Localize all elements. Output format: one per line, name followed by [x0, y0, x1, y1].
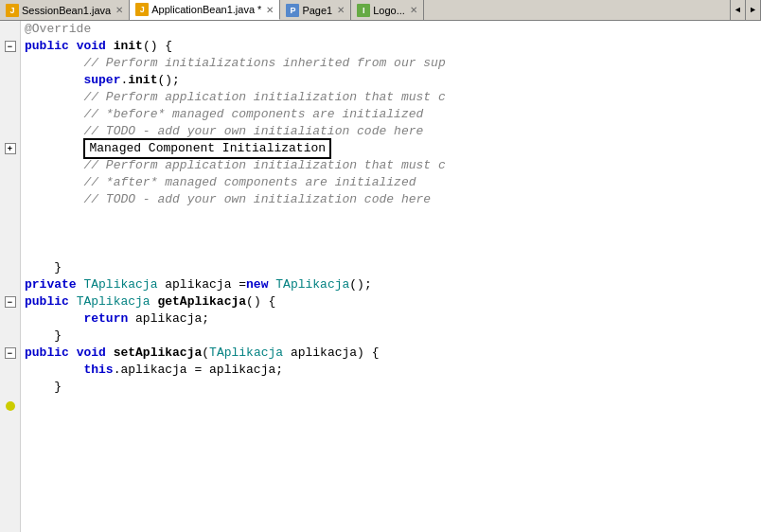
gutter-line-3 — [0, 55, 20, 72]
gutter-line-19 — [0, 328, 20, 345]
code-line-13 — [21, 225, 761, 242]
code-container: − + − — [0, 21, 761, 532]
gutter-line-4 — [0, 72, 20, 89]
type-taplikacja-2: TAplikacja — [275, 276, 349, 293]
comment-6: // *after* managed components are initia… — [83, 174, 416, 191]
tab-close-page1[interactable]: ✕ — [337, 5, 345, 15]
tab-label-session: SessionBean1.java — [22, 5, 111, 16]
collapse-plus-icon[interactable]: + — [5, 143, 16, 154]
gutter-line-21 — [0, 362, 20, 379]
tab-close-application[interactable]: ✕ — [266, 5, 274, 15]
keyword-private: private — [25, 276, 77, 293]
ide-window: J SessionBean1.java ✕ J ApplicationBean1… — [0, 0, 761, 532]
gutter-line-18 — [0, 310, 20, 328]
code-line-17: public TAplikacja getAplikacja () { — [21, 293, 761, 310]
tab-icon-page1: P — [286, 4, 299, 17]
gutter-line-16 — [0, 276, 20, 293]
keyword-void-2: void — [77, 345, 106, 362]
code-line-18: return aplikacja; — [21, 310, 761, 328]
tab-close-session[interactable]: ✕ — [115, 5, 123, 15]
comment-3: // *before* managed components are initi… — [83, 106, 423, 123]
code-line-14 — [21, 242, 761, 259]
gutter-line-14 — [0, 242, 20, 259]
tab-page1[interactable]: P Page1 ✕ — [280, 0, 351, 20]
closing-brace-init: } — [54, 259, 62, 276]
gutter-line-13 — [0, 225, 20, 242]
gutter-line-12 — [0, 208, 20, 225]
tab-session[interactable]: J SessionBean1.java ✕ — [0, 0, 130, 20]
code-line-4: super . init (); — [21, 72, 761, 89]
closing-brace-set: } — [54, 379, 62, 396]
comment-2: // Perform application initialization th… — [83, 89, 445, 106]
tab-nav-prev[interactable]: ◄ — [731, 0, 746, 20]
tab-nav-next[interactable]: ► — [746, 0, 761, 20]
collapse-minus-icon-2[interactable]: − — [5, 296, 16, 308]
code-line-1: @Override — [21, 21, 761, 38]
keyword-this: this — [83, 362, 113, 379]
gutter-line-8[interactable]: + — [0, 140, 20, 157]
gutter-line-status — [0, 396, 20, 413]
status-dot — [6, 401, 15, 411]
type-taplikacja-4: TAplikacja — [209, 345, 283, 362]
tab-close-logo[interactable]: ✕ — [410, 5, 417, 15]
comment-5: // Perform application initialization th… — [83, 157, 445, 174]
tab-label-page1: Page1 — [302, 5, 332, 16]
closing-brace-get: } — [54, 328, 62, 345]
code-line-20: public void setAplikacja ( TAplikacja ap… — [21, 345, 761, 362]
code-line-19: } — [21, 328, 761, 345]
gutter-line-1 — [0, 21, 20, 38]
code-line-15: } — [21, 259, 761, 276]
tab-application[interactable]: J ApplicationBean1.java * ✕ — [130, 0, 280, 20]
gutter-line-2[interactable]: − — [0, 38, 20, 55]
tab-icon-logo: I — [357, 4, 370, 17]
gutter-line-9 — [0, 157, 20, 174]
code-line-2: public void init () { — [21, 38, 761, 55]
method-init: init — [114, 38, 143, 55]
gutter-line-20[interactable]: − — [0, 345, 20, 362]
method-super-init: init — [128, 72, 157, 89]
keyword-public: public — [25, 38, 69, 55]
code-line-22: } — [21, 379, 761, 396]
tab-navigation: ◄ ► — [730, 0, 761, 20]
keyword-public-3: public — [25, 345, 69, 362]
tab-bar: J SessionBean1.java ✕ J ApplicationBean1… — [0, 0, 761, 21]
keyword-public-2: public — [25, 293, 69, 310]
tab-label-application: ApplicationBean1.java * — [151, 4, 261, 15]
type-taplikacja-3: TAplikacja — [77, 293, 150, 310]
code-line-12 — [21, 208, 761, 225]
gutter-line-17[interactable]: − — [0, 293, 20, 310]
gutter-line-10 — [0, 174, 20, 191]
code-line-6: // *before* managed components are initi… — [21, 106, 761, 123]
gutter-line-7 — [0, 123, 20, 140]
gutter-line-15 — [0, 259, 20, 276]
code-line-9: // Perform application initialization th… — [21, 157, 761, 174]
collapse-minus-icon[interactable]: − — [5, 41, 16, 52]
gutter-line-6 — [0, 106, 20, 123]
blocked-region-managed-component: Managed Component Initialization — [83, 138, 331, 159]
gutter: − + − — [0, 21, 21, 532]
code-line-3: // Perform initializations inherited fro… — [21, 55, 761, 72]
tab-logo[interactable]: I Logo... ✕ — [351, 0, 424, 20]
comment-1: // Perform initializations inherited fro… — [83, 55, 445, 72]
gutter-line-22 — [0, 379, 20, 396]
keyword-void: void — [77, 38, 106, 55]
code-area[interactable]: @Override public void init () { // Perfo… — [21, 21, 761, 532]
type-taplikacja-1: TAplikacja — [83, 276, 157, 293]
keyword-new: new — [246, 276, 268, 293]
method-setaplikacja: setAplikacja — [114, 345, 203, 362]
annotation-override: @Override — [25, 21, 91, 38]
method-getaplikacja: getAplikacja — [157, 293, 246, 310]
code-line-8: Managed Component Initialization — [21, 140, 761, 157]
code-line-16: private TAplikacja aplikacja = new TApli… — [21, 276, 761, 293]
code-line-10: // *after* managed components are initia… — [21, 174, 761, 191]
comment-7: // TODO - add your own initialization co… — [83, 191, 431, 208]
code-line-11: // TODO - add your own initialization co… — [21, 191, 761, 208]
collapse-minus-icon-3[interactable]: − — [5, 347, 16, 359]
code-line-5: // Perform application initialization th… — [21, 89, 761, 106]
keyword-return: return — [83, 310, 128, 328]
tab-icon-application: J — [135, 3, 149, 16]
tab-label-logo: Logo... — [373, 5, 405, 16]
gutter-line-5 — [0, 89, 20, 106]
tab-icon-session: J — [6, 4, 19, 17]
code-line-21: this .aplikacja = aplikacja; — [21, 362, 761, 379]
